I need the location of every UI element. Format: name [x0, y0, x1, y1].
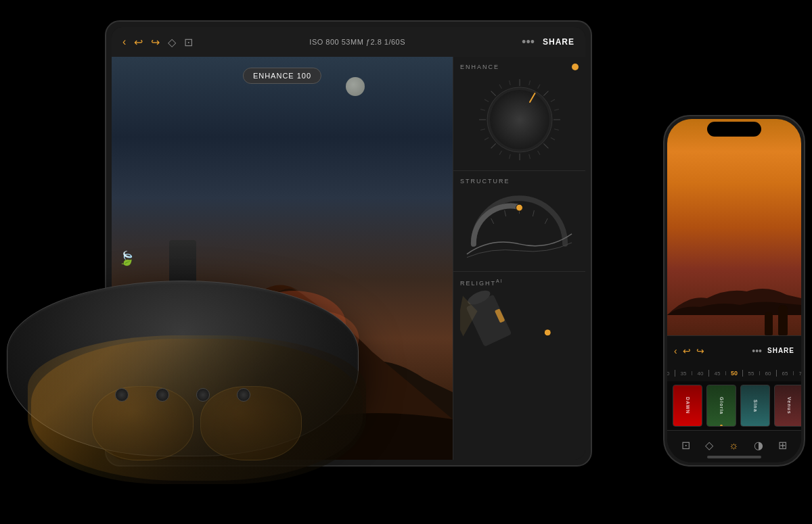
phone-brightness-icon[interactable]: ☼: [729, 439, 739, 452]
svg-line-25: [509, 80, 510, 85]
enhance-badge: ENHANCE 100: [243, 68, 321, 84]
headset-visor-inner: [31, 339, 363, 481]
film-roll-gloria[interactable]: Gloria: [706, 385, 736, 427]
scale-65: 65: [777, 371, 792, 377]
svg-line-15: [509, 154, 510, 159]
moon: [346, 77, 365, 96]
more-options-icon[interactable]: •••: [522, 35, 535, 49]
scale-tick: [725, 371, 726, 375]
svg-line-24: [499, 85, 502, 89]
home-indicator: [707, 456, 761, 458]
structure-section: STRUCTURE: [453, 171, 585, 272]
svg-line-17: [491, 143, 495, 148]
film-roll-venus[interactable]: Venus: [774, 385, 801, 427]
svg-line-4: [537, 85, 540, 89]
scale-30: 30: [667, 371, 674, 377]
undo-icon[interactable]: ↩: [134, 36, 143, 49]
enhance-label: ENHANCE: [460, 64, 579, 70]
svg-point-27: [490, 90, 549, 149]
tablet-toolbar: ‹ ↩ ↪ ◇ ⊡ ISO 800 53MM ƒ2.8 1/60S ••• SH…: [112, 27, 585, 57]
svg-line-18: [484, 138, 489, 141]
svg-line-33: [491, 218, 494, 224]
enhance-section: ENHANCE: [453, 57, 585, 171]
tablet-panel: ENHANCE: [453, 57, 585, 460]
phone-inner: ‹ ↩ ↪ ••• SHARE 30 35 40 45 50: [667, 119, 801, 462]
film-roll-venus-label: Venus: [775, 385, 801, 426]
scale-55: 55: [744, 371, 759, 377]
scale-tick: [793, 371, 794, 375]
phone-share-button[interactable]: SHARE: [767, 347, 794, 354]
svg-line-11: [543, 143, 548, 148]
scale-tick: [708, 370, 709, 377]
selected-indicator: [720, 425, 723, 427]
photo-meta: ISO 800 53MM ƒ2.8 1/60S: [309, 38, 405, 46]
scale-tick: [692, 371, 692, 375]
svg-line-32: [505, 210, 506, 216]
svg-point-34: [516, 204, 523, 211]
phone-silhouettes: [765, 305, 788, 335]
diamond-icon[interactable]: ◇: [168, 36, 176, 49]
phone-contrast-icon[interactable]: ◑: [754, 439, 763, 452]
redo-icon[interactable]: ↪: [151, 36, 160, 49]
svg-line-22: [484, 99, 489, 102]
scale-40: 40: [693, 371, 708, 377]
svg-line-9: [554, 129, 559, 130]
phone-crop-icon[interactable]: ⊡: [681, 439, 690, 452]
svg-line-19: [480, 129, 485, 130]
scale-70: 70: [794, 371, 801, 377]
phone: ‹ ↩ ↪ ••• SHARE 30 35 40 45 50: [663, 115, 805, 467]
scale-tick: [742, 370, 743, 377]
svg-line-31: [545, 218, 547, 224]
sensor-center-right: [196, 388, 210, 402]
scale-60: 60: [761, 371, 775, 377]
phone-diamond-icon[interactable]: ◇: [705, 439, 713, 452]
film-roll-sina-label: Sina: [741, 385, 769, 426]
svg-line-7: [554, 109, 559, 110]
scale-35: 35: [676, 371, 691, 377]
silhouette-2: [778, 305, 788, 335]
share-button[interactable]: SHARE: [543, 37, 574, 47]
phone-stack-icon[interactable]: ⊞: [778, 439, 787, 452]
relight-visual[interactable]: [460, 292, 579, 346]
svg-line-16: [499, 151, 502, 155]
svg-line-23: [491, 91, 495, 96]
phone-back-icon[interactable]: ‹: [674, 346, 677, 356]
phone-notch: [707, 122, 761, 137]
svg-line-12: [537, 151, 540, 155]
enhance-dial[interactable]: [476, 76, 564, 164]
svg-line-21: [480, 109, 485, 110]
headset-body: [7, 281, 359, 456]
phone-undo-icon[interactable]: ↩: [683, 346, 691, 356]
film-roll-dawn-label: DAWN: [673, 385, 702, 426]
svg-line-13: [528, 154, 530, 159]
relight-section: RELIGHTAI: [453, 272, 585, 460]
scale-tick: [759, 371, 760, 375]
phone-toolbar: ‹ ↩ ↪ ••• SHARE: [667, 335, 801, 365]
phone-redo-icon[interactable]: ↪: [696, 346, 704, 356]
crop-icon[interactable]: ⊡: [184, 36, 193, 49]
svg-line-5: [543, 91, 548, 96]
scale-tick: [776, 370, 777, 377]
scale-tick: [675, 370, 675, 377]
structure-visual[interactable]: [460, 190, 579, 264]
phone-more-icon[interactable]: •••: [752, 346, 762, 356]
silhouette-1: [765, 312, 773, 335]
film-roll-sina[interactable]: Sina: [740, 385, 770, 427]
svg-line-30: [533, 210, 534, 216]
svg-point-38: [544, 329, 551, 336]
svg-line-6: [550, 99, 554, 102]
svg-line-10: [550, 138, 554, 141]
film-roll-gloria-label: Gloria: [707, 385, 736, 426]
headset-visor: [28, 335, 366, 484]
headset-sensors: [115, 388, 250, 402]
back-icon[interactable]: ‹: [122, 36, 126, 48]
sensor-right: [237, 388, 250, 402]
scale-45: 45: [710, 371, 725, 377]
sensor-center-left: [156, 388, 169, 402]
sensor-left: [115, 388, 129, 402]
film-scale: 30 35 40 45 50 55 60 65 70: [667, 365, 801, 381]
phone-photo: [667, 119, 801, 335]
vision-pro-headset: [0, 240, 372, 497]
film-rolls: DAWN Gloria Sina Venus: [667, 381, 801, 430]
film-roll-dawn[interactable]: DAWN: [673, 385, 702, 427]
